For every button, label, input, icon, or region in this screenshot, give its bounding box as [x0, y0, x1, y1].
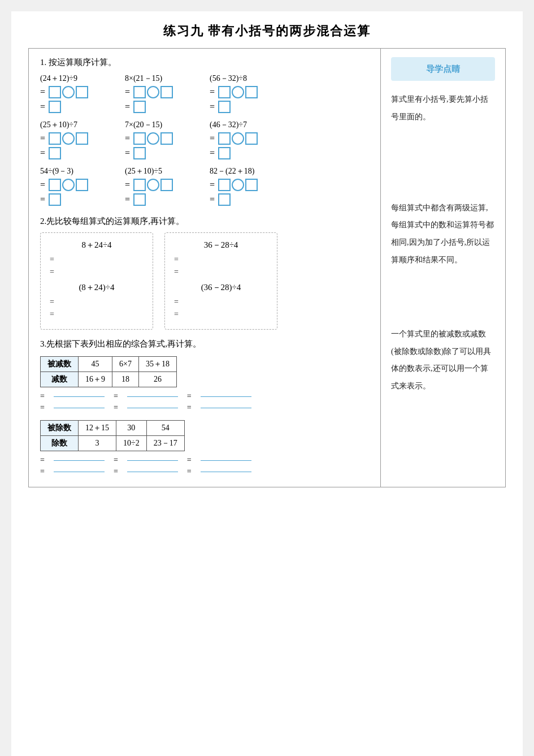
table-row: 被除数 12＋15 30 54 [41, 421, 185, 436]
answer-row-2: = [125, 147, 146, 159]
guide-title: 导学点睛 [426, 64, 460, 74]
box-square[interactable] [49, 132, 61, 145]
box-square[interactable] [160, 132, 173, 145]
calc-line: = [174, 267, 268, 277]
box-square[interactable] [218, 132, 231, 145]
answer-row: = [125, 179, 173, 191]
calc-line: = [50, 310, 144, 319]
box-circle[interactable] [232, 86, 244, 98]
box-single[interactable] [218, 101, 231, 113]
answer-line[interactable] [201, 460, 251, 461]
right-panel: 导学点睛 算式里有小括号,要先算小括号里面的。 每组算式中都含有两级运算,每组算… [381, 49, 505, 487]
page-title: 练习九 带有小括号的两步混合运算 [28, 23, 506, 40]
answer-row: = [210, 179, 258, 191]
box-single[interactable] [49, 147, 61, 159]
eq-sign: = [210, 180, 215, 190]
answer-line[interactable] [201, 472, 251, 472]
calc-line: = [50, 255, 144, 264]
eq-sign: = [40, 102, 45, 112]
problem-group-1: (24＋12)÷9 = = 8×(21－15) = [40, 74, 369, 115]
eq-label: = [40, 403, 45, 412]
eq-sign: = [40, 180, 45, 190]
box-single[interactable] [49, 101, 61, 113]
answer-row-2: = [125, 193, 146, 206]
eq-sign: = [125, 195, 130, 205]
box-circle[interactable] [147, 86, 159, 98]
table-cell: 3 [79, 436, 116, 451]
expr-text: 82－(22＋18) [210, 166, 254, 176]
calc-expr: 8＋24÷4 [50, 240, 144, 250]
answer-line[interactable] [54, 408, 105, 408]
answer-line[interactable] [127, 408, 178, 408]
box-single[interactable] [133, 193, 146, 206]
box-single[interactable] [49, 193, 61, 206]
answer-line[interactable] [201, 396, 251, 397]
problem-group-3: 54÷(9－3) = = (25＋10)÷5 = [40, 166, 369, 208]
box-square[interactable] [133, 86, 146, 98]
table-cell: 被除数 [41, 421, 79, 436]
box-square[interactable] [218, 179, 231, 191]
box-single[interactable] [133, 101, 146, 113]
eq-label: = [187, 392, 192, 401]
box-square[interactable] [76, 86, 88, 98]
answer-line[interactable] [127, 396, 178, 397]
box-square[interactable] [76, 132, 88, 145]
box-single[interactable] [133, 147, 146, 159]
calc-expr: (8＋24)÷4 [50, 282, 144, 293]
calc-card: 8＋24÷4 = = (8＋24)÷4 = = [40, 232, 153, 330]
table-cell: 被减数 [41, 357, 79, 372]
section1-title: 1. 按运算顺序计算。 [40, 57, 369, 68]
answer-row-2: = [210, 101, 231, 113]
page: 练习九 带有小括号的两步混合运算 1. 按运算顺序计算。 (24＋12)÷9 = [11, 11, 523, 756]
box-square[interactable] [133, 179, 146, 191]
answer-row: = [125, 132, 173, 145]
box-circle[interactable] [147, 132, 159, 145]
answer-line[interactable] [201, 408, 251, 408]
answer-line[interactable] [54, 460, 105, 461]
box-square[interactable] [245, 179, 258, 191]
answer-eq-row: = = = [40, 456, 369, 465]
box-circle[interactable] [147, 179, 159, 191]
box-square[interactable] [160, 179, 173, 191]
answer-row-2: = [40, 147, 61, 159]
box-square[interactable] [245, 132, 258, 145]
table-row: 除数 3 10÷2 23－17 [41, 436, 185, 451]
box-single[interactable] [218, 193, 231, 206]
section2-group1: 8＋24÷4 = = (8＋24)÷4 = = [40, 232, 153, 330]
answer-line[interactable] [127, 460, 178, 461]
answer-line[interactable] [54, 396, 105, 397]
box-square[interactable] [49, 179, 61, 191]
answer-line[interactable] [127, 472, 178, 472]
box-circle[interactable] [62, 132, 75, 145]
box-single[interactable] [218, 147, 231, 159]
box-circle[interactable] [232, 132, 244, 145]
section3-title: 3.先根据下表列出相应的综合算式,再计算。 [40, 339, 369, 349]
table-cell: 减数 [41, 372, 79, 387]
problem-item: 54÷(9－3) = = [40, 166, 114, 208]
problem-group-2: (25＋10)÷7 = = 7×(20－15) = [40, 120, 369, 162]
problem-item: (25＋10)÷7 = = [40, 120, 114, 162]
box-square[interactable] [76, 179, 88, 191]
eq-sign: = [125, 180, 130, 190]
expr-text: (56－32)÷8 [210, 74, 247, 84]
eq-sign: = [210, 133, 215, 144]
box-circle[interactable] [62, 86, 75, 98]
box-circle[interactable] [232, 179, 244, 191]
answer-row: = [40, 86, 88, 98]
table-cell: 12＋15 [79, 421, 116, 436]
calc-card: 36－28÷4 = = (36－28)÷4 = = [164, 232, 277, 330]
calc-line: = [174, 297, 268, 306]
box-square[interactable] [245, 86, 258, 98]
answer-row: = [40, 179, 88, 191]
box-square[interactable] [218, 86, 231, 98]
box-square[interactable] [49, 86, 61, 98]
answer-line[interactable] [54, 472, 105, 472]
guide-text-2: 每组算式中都含有两级运算,每组算式中的数和运算符号都相同,因为加了小括号,所以运… [391, 200, 495, 269]
box-square[interactable] [133, 132, 146, 145]
answer-row-2: = [40, 193, 61, 206]
table-cell: 26 [138, 372, 176, 387]
box-square[interactable] [160, 86, 173, 98]
eq-sign: = [125, 102, 130, 112]
answer-rows-1: = = = = = = [40, 392, 369, 412]
box-circle[interactable] [62, 179, 75, 191]
